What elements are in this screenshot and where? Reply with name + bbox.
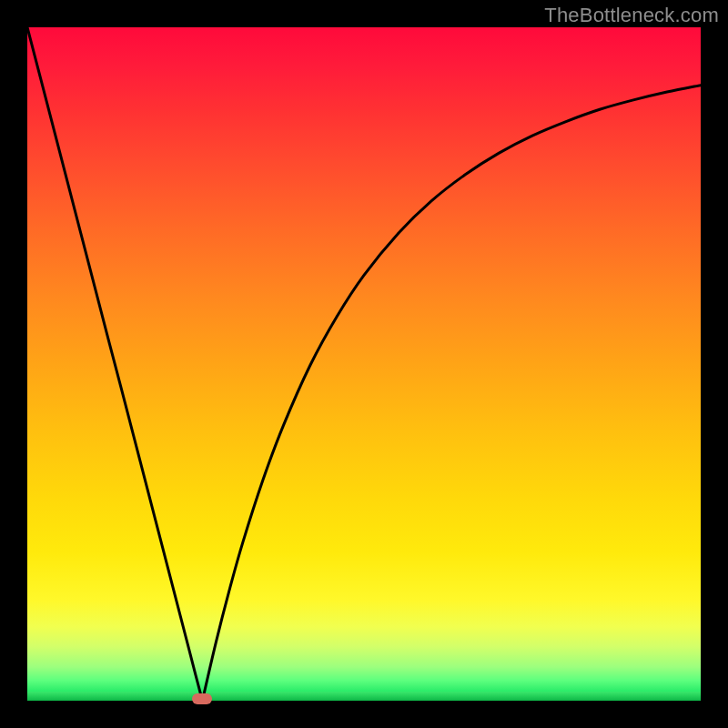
curve-left-branch xyxy=(27,27,202,701)
watermark-text: TheBottleneck.com xyxy=(544,4,719,27)
bottleneck-curve xyxy=(27,27,701,701)
notch-marker xyxy=(192,693,212,704)
plot-area xyxy=(27,27,701,701)
chart-frame: TheBottleneck.com xyxy=(0,0,728,728)
curve-right-branch xyxy=(202,86,701,701)
